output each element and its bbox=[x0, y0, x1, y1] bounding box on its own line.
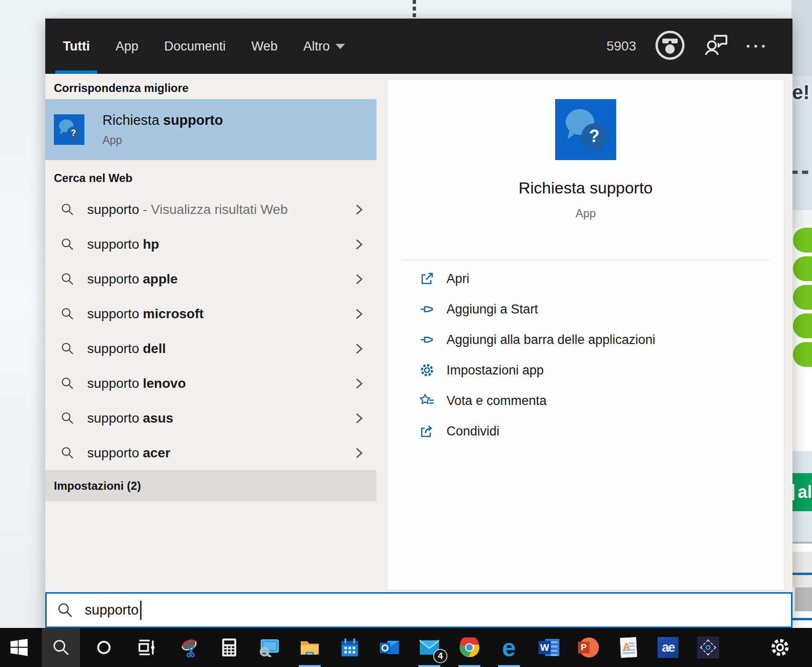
action-app-settings[interactable]: Impostazioni app bbox=[387, 355, 784, 385]
preview-app-name: Richiesta supporto bbox=[387, 179, 784, 197]
web-suggestion-row[interactable]: supporto lenovo bbox=[45, 366, 376, 401]
file-explorer-button[interactable] bbox=[291, 628, 329, 667]
web-suggestion-row[interactable]: supporto microsoft bbox=[45, 296, 376, 331]
background-green-blob bbox=[793, 313, 812, 338]
svg-text:?: ? bbox=[71, 128, 76, 138]
background-divider bbox=[792, 542, 812, 544]
section-header-web: Cerca nel Web bbox=[45, 160, 376, 192]
feedback-person-icon[interactable] bbox=[704, 33, 729, 60]
best-match-title: Richiesta supporto bbox=[102, 112, 223, 128]
calculator-button[interactable] bbox=[210, 628, 248, 667]
tab-web[interactable]: Web bbox=[252, 19, 278, 74]
running-app-indicator bbox=[299, 665, 321, 667]
open-icon bbox=[419, 272, 435, 286]
web-suggestion-row[interactable]: supporto asus bbox=[45, 401, 376, 435]
search-icon bbox=[61, 237, 75, 252]
mail-unread-badge: 4 bbox=[433, 649, 447, 663]
settings-section-row[interactable]: Impostazioni (2) bbox=[45, 470, 376, 501]
section-header-best-match: Corrispondenza migliore bbox=[45, 74, 376, 99]
rate-icon bbox=[419, 393, 435, 408]
gear-icon bbox=[770, 637, 791, 658]
powerpoint-icon: P bbox=[578, 637, 599, 657]
calendar-button[interactable] bbox=[331, 628, 369, 667]
running-app-indicator bbox=[418, 665, 440, 667]
tab-altro[interactable]: Altro bbox=[304, 19, 345, 74]
chrome-icon bbox=[459, 637, 479, 657]
background-button-text: al bbox=[798, 482, 812, 502]
get-help-app-icon: ? bbox=[54, 114, 84, 145]
web-suggestion-row[interactable]: supporto - Visualizza risultati Web bbox=[45, 192, 376, 227]
search-input[interactable]: supporto bbox=[45, 592, 792, 628]
search-icon bbox=[61, 411, 75, 425]
cortana-button[interactable] bbox=[85, 628, 123, 667]
task-view-icon bbox=[137, 638, 156, 657]
background-webpage-strip: e! al bbox=[792, 0, 812, 667]
chevron-right-icon bbox=[354, 273, 364, 285]
best-match-result[interactable]: ? Richiesta supporto App bbox=[45, 99, 376, 160]
background-blue-line bbox=[792, 573, 812, 575]
tab-documenti[interactable]: Documenti bbox=[164, 19, 226, 74]
action-open[interactable]: Apri bbox=[387, 263, 784, 294]
svg-text:?: ? bbox=[589, 126, 599, 146]
chevron-right-icon bbox=[354, 238, 364, 251]
get-help-app-icon-large: ? bbox=[555, 99, 616, 160]
rewards-points-count: 5903 bbox=[607, 39, 636, 54]
tab-altro-label: Altro bbox=[304, 39, 330, 54]
section-header-settings: Impostazioni (2) bbox=[45, 479, 141, 493]
background-blue-line bbox=[792, 618, 812, 620]
web-suggestion-row[interactable]: supporto apple bbox=[45, 262, 376, 296]
background-green-blob bbox=[793, 342, 812, 367]
start-button[interactable] bbox=[0, 628, 38, 667]
search-icon bbox=[61, 202, 75, 217]
ae-app-button[interactable]: ae bbox=[649, 628, 687, 667]
pin-start-icon bbox=[419, 302, 435, 316]
powerpoint-button[interactable]: P bbox=[569, 628, 608, 667]
screen-magnifier-icon bbox=[258, 638, 280, 657]
rewards-medal-icon[interactable] bbox=[654, 30, 686, 63]
share-icon bbox=[419, 424, 435, 438]
action-share[interactable]: Condividi bbox=[387, 416, 784, 446]
action-pin-to-taskbar[interactable]: Aggiungi alla barra delle applicazioni bbox=[387, 324, 784, 355]
search-icon bbox=[61, 446, 75, 460]
calendar-icon bbox=[340, 637, 360, 657]
background-sky-block bbox=[792, 0, 812, 76]
app-actions-list: Apri Aggiungi a Start Aggiungi alla barr… bbox=[387, 263, 784, 446]
search-icon bbox=[52, 638, 70, 657]
more-options-icon[interactable] bbox=[747, 45, 765, 48]
chevron-right-icon bbox=[354, 377, 364, 390]
taskbar-search-button[interactable] bbox=[42, 628, 80, 667]
web-suggestion-row[interactable]: supporto acer bbox=[45, 435, 376, 470]
settings-gear-button[interactable] bbox=[761, 628, 799, 667]
word-button[interactable]: W bbox=[530, 628, 568, 667]
task-view-button[interactable] bbox=[127, 628, 165, 667]
mail-button[interactable]: 4 bbox=[410, 628, 448, 667]
snipping-tool-button[interactable] bbox=[171, 628, 209, 667]
search-results-body: Corrispondenza migliore ? Richiesta supp… bbox=[45, 74, 792, 592]
tab-tutti[interactable]: Tutti bbox=[63, 19, 90, 74]
background-block bbox=[792, 552, 812, 587]
chevron-down-icon bbox=[335, 44, 345, 49]
action-pin-to-start[interactable]: Aggiungi a Start bbox=[387, 294, 784, 324]
wordpad-button[interactable]: A bbox=[609, 628, 648, 667]
edge-button[interactable]: e bbox=[490, 628, 528, 667]
magnifier-app-button[interactable] bbox=[250, 628, 288, 667]
results-list: Corrispondenza migliore ? Richiesta supp… bbox=[45, 74, 376, 592]
background-green-button-fragment: al bbox=[792, 473, 812, 511]
search-icon bbox=[61, 376, 75, 391]
photos-app-button[interactable] bbox=[689, 628, 727, 667]
photos-app-icon bbox=[697, 637, 719, 658]
chevron-right-icon bbox=[354, 203, 364, 216]
tab-app[interactable]: App bbox=[115, 19, 138, 74]
background-dashed-line-horizontal bbox=[792, 171, 812, 174]
web-suggestion-row[interactable]: supporto hp bbox=[45, 227, 376, 262]
outlook-icon bbox=[379, 638, 401, 657]
action-rate-review[interactable]: Vota e commenta bbox=[387, 385, 784, 416]
outlook-button[interactable] bbox=[371, 628, 409, 667]
chrome-button[interactable] bbox=[450, 628, 488, 667]
word-icon: W bbox=[538, 638, 559, 657]
chevron-right-icon bbox=[354, 412, 364, 424]
search-header: Tutti App Documenti Web Altro 5903 bbox=[45, 18, 792, 74]
ae-app-icon: ae bbox=[658, 637, 679, 658]
edge-icon: e bbox=[502, 635, 516, 660]
web-suggestion-row[interactable]: supporto dell bbox=[45, 331, 376, 366]
